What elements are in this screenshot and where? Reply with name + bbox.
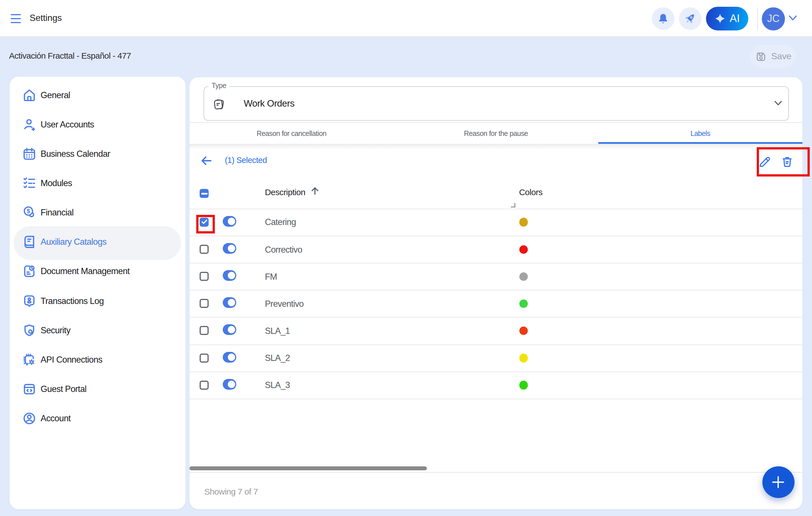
svg-text:$: $: [27, 208, 30, 215]
